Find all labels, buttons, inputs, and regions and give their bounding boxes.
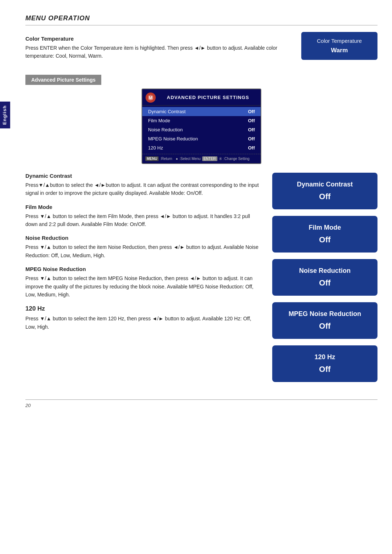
advanced-picture-section: Advanced Picture Settings M ADVANCED PIC… [25, 67, 377, 173]
menu-item: 120 HzOff [142, 143, 261, 152]
menu-title: ADVANCED PICTURE SETTINGS [160, 95, 256, 100]
enter-icon: ④ [219, 157, 222, 161]
noise-reduction-card: Noise Reduction Off [272, 259, 377, 296]
menu-item-value: Off [248, 145, 255, 151]
page-number: 20 [25, 403, 377, 408]
svg-text:M: M [149, 95, 152, 100]
enter-key: ENTER [202, 156, 217, 161]
select-icon: ● [176, 157, 178, 161]
hz120-card-value: Off [279, 365, 370, 374]
noise-reduction-card-title: Noise Reduction [279, 267, 370, 275]
menu-item-value: Off [248, 118, 255, 123]
header-divider [25, 25, 377, 25]
menu-item: MPEG Noise ReductionOff [142, 134, 261, 143]
menu-wrapper: M ADVANCED PICTURE SETTINGS Dynamic Cont… [25, 89, 377, 173]
menu-item-value: Off [248, 136, 255, 141]
dynamic-contrast-card-value: Off [279, 192, 370, 201]
select-menu-label: :Select Menu [179, 157, 200, 161]
menu-item-name: MPEG Noise Reduction [148, 136, 198, 141]
color-temperature-card: Color Temperature Warm [301, 32, 377, 60]
menu-item-name: 120 Hz [148, 145, 163, 151]
mpeg-noise-card-title: MPEG Noise Reduction [279, 310, 370, 318]
film-mode-card: Film Mode Off [272, 216, 377, 253]
menu-footer: MENU :Return ● :Select Menu ENTER ④ :Cha… [142, 154, 261, 163]
color-temperature-card-title: Color Temperature [311, 38, 367, 44]
menu-return-label: :Return [160, 157, 172, 161]
mpeg-noise-card-value: Off [279, 321, 370, 331]
advanced-picture-menu: M ADVANCED PICTURE SETTINGS Dynamic Cont… [142, 89, 261, 164]
dynamic-contrast-cards: Dynamic Contrast Off Film Mode Off Noise… [272, 173, 377, 389]
menu-item: Dynamic ContrastOff [142, 107, 261, 116]
menu-item-name: Film Mode [148, 118, 170, 123]
hz120-card: 120 Hz Off [272, 345, 377, 382]
menu-item-value: Off [248, 127, 255, 132]
language-tab: English [0, 102, 10, 128]
menu-item-value: Off [248, 109, 255, 114]
menu-item-name: Dynamic Contrast [148, 109, 185, 114]
menu-item-name: Noise Reduction [148, 127, 183, 132]
menu-items-list: Dynamic ContrastOffFilm ModeOffNoise Red… [142, 106, 261, 154]
film-mode-card-value: Off [279, 235, 370, 245]
dynamic-contrast-section: Dynamic Contrast Off Film Mode Off Noise… [25, 173, 377, 389]
advanced-picture-label: Advanced Picture Settings [25, 75, 101, 85]
dynamic-contrast-card: Dynamic Contrast Off [272, 173, 377, 209]
mpeg-noise-card: MPEG Noise Reduction Off [272, 302, 377, 339]
menu-key: MENU [145, 156, 159, 161]
color-temperature-card-value: Warm [311, 47, 367, 54]
hz120-card-title: 120 Hz [279, 353, 370, 361]
menu-item: Noise ReductionOff [142, 125, 261, 134]
color-temperature-section: Color Temperature Warm Color Temperature… [25, 36, 377, 67]
language-label: English [2, 105, 7, 125]
menu-logo-icon: M [145, 92, 156, 103]
film-mode-card-title: Film Mode [279, 224, 370, 231]
menu-item: Film ModeOff [142, 116, 261, 125]
dynamic-contrast-card-title: Dynamic Contrast [279, 181, 370, 188]
footer-divider [25, 399, 377, 400]
page-title: MENU OPERATION [25, 15, 377, 22]
noise-reduction-card-value: Off [279, 278, 370, 288]
menu-header: M ADVANCED PICTURE SETTINGS [142, 89, 261, 106]
change-setting-label: :Change Setting [224, 157, 250, 161]
